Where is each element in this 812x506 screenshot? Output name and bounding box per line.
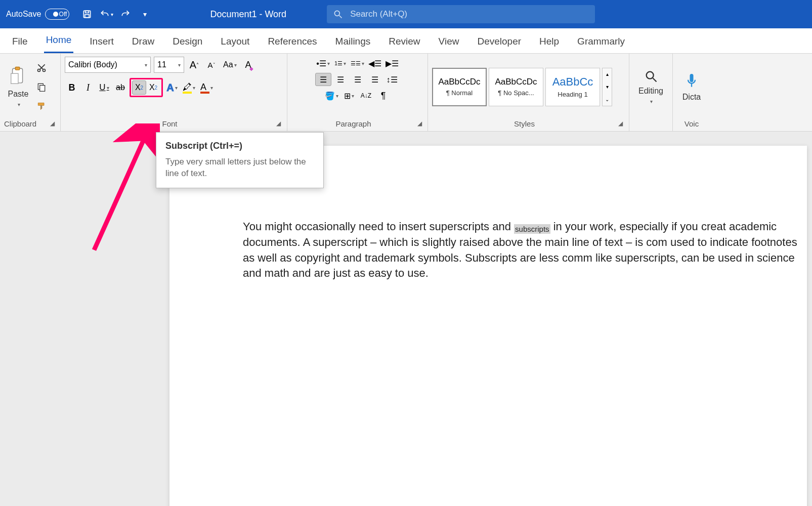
svg-rect-2: [85, 15, 89, 18]
editing-button[interactable]: Editing ▾: [633, 69, 668, 104]
tab-help[interactable]: Help: [537, 31, 561, 53]
scroll-down-icon[interactable]: ▾: [603, 80, 612, 93]
text-effects-icon: A: [166, 82, 174, 94]
tab-references[interactable]: References: [266, 31, 319, 53]
font-label: Font: [162, 119, 177, 128]
show-marks-button[interactable]: ¶: [375, 89, 392, 102]
ribbon-tabs: File Home Insert Draw Design Layout Refe…: [0, 28, 812, 54]
grow-font-button[interactable]: A˄: [187, 58, 201, 72]
tab-home[interactable]: Home: [44, 29, 74, 53]
tab-layout[interactable]: Layout: [219, 31, 251, 53]
find-icon: [644, 69, 658, 83]
search-icon: [333, 9, 343, 19]
copy-icon: [36, 82, 47, 92]
highlight-button[interactable]: 🖍▾: [181, 80, 197, 95]
align-right-button[interactable]: ☰: [350, 73, 366, 86]
document-body[interactable]: You might occasionally need to insert su…: [243, 219, 799, 281]
numbering-button[interactable]: 1☰▾: [332, 57, 349, 70]
change-case-button[interactable]: Aa▾: [222, 58, 238, 72]
sort-button[interactable]: A↓Z: [358, 89, 374, 102]
tab-insert[interactable]: Insert: [88, 31, 116, 53]
svg-rect-7: [11, 73, 18, 83]
subscript-button[interactable]: X2: [132, 80, 146, 95]
font-color-button[interactable]: A▾: [199, 80, 215, 95]
svg-line-15: [653, 78, 656, 82]
text-effects-button[interactable]: A▾: [165, 80, 179, 95]
customize-qat-icon[interactable]: ▾: [136, 6, 153, 23]
document-title: Document1 - Word: [210, 9, 286, 20]
justify-icon: ☰: [371, 75, 378, 85]
decrease-indent-button[interactable]: ◀☰: [367, 57, 383, 70]
tab-developer[interactable]: Developer: [475, 31, 523, 53]
sub-super-highlight: X2 X2: [130, 78, 163, 97]
numbering-icon: 1☰: [334, 60, 343, 67]
copy-button[interactable]: [34, 80, 49, 94]
increase-indent-button[interactable]: ▶☰: [384, 57, 400, 70]
save-icon[interactable]: [78, 6, 96, 23]
page[interactable]: You might occasionally need to insert su…: [169, 146, 807, 506]
bold-button[interactable]: B: [65, 80, 79, 95]
toggle-switch[interactable]: Off: [45, 9, 69, 20]
borders-icon: ⊞: [344, 91, 351, 101]
multilevel-button[interactable]: ☰☰▾: [350, 57, 366, 70]
title-bar: AutoSave Off ▾ ▾ Document1 - Word Search…: [0, 0, 812, 28]
styles-scroll[interactable]: ▴▾⌄: [602, 68, 612, 106]
highlight-icon: 🖍: [183, 82, 192, 94]
bullets-button[interactable]: •☰▾: [315, 57, 331, 70]
line-spacing-icon: ↕☰: [387, 75, 398, 85]
styles-label: Styles: [514, 119, 535, 128]
svg-rect-16: [690, 74, 694, 82]
italic-button[interactable]: I: [81, 80, 95, 95]
svg-rect-13: [40, 85, 45, 91]
superscript-button[interactable]: X2: [146, 80, 160, 95]
svg-rect-6: [15, 67, 20, 70]
clipboard-icon: [9, 66, 27, 87]
style-normal[interactable]: AaBbCcDc¶ Normal: [432, 68, 487, 106]
paste-button[interactable]: Paste ▾: [4, 66, 32, 107]
font-size-combo[interactable]: 11▾: [154, 57, 184, 73]
font-launcher[interactable]: ◢: [275, 119, 283, 128]
scroll-more-icon[interactable]: ⌄: [603, 93, 612, 106]
tab-mailings[interactable]: Mailings: [333, 31, 373, 53]
paragraph-launcher[interactable]: ◢: [415, 119, 423, 128]
dictate-button[interactable]: Dicta: [677, 72, 706, 102]
format-painter-button[interactable]: [34, 99, 49, 113]
borders-button[interactable]: ⊞▾: [341, 89, 357, 102]
align-left-button[interactable]: ☰: [315, 73, 331, 86]
tooltip-title: Subscript (Ctrl+=): [165, 141, 314, 151]
scroll-up-icon[interactable]: ▴: [603, 68, 612, 81]
document-area[interactable]: You might occasionally need to insert su…: [0, 132, 812, 506]
strikethrough-button[interactable]: ab: [113, 80, 127, 95]
align-center-button[interactable]: ☰: [332, 73, 349, 86]
tab-design[interactable]: Design: [170, 31, 204, 53]
outdent-icon: ◀☰: [368, 59, 381, 68]
svg-point-14: [646, 72, 653, 79]
selected-text[interactable]: subscripts: [514, 224, 550, 234]
search-input[interactable]: Search (Alt+Q): [327, 5, 595, 23]
underline-button[interactable]: U▾: [97, 80, 111, 95]
cut-button[interactable]: [34, 61, 49, 75]
tab-view[interactable]: View: [437, 31, 461, 53]
tab-grammarly[interactable]: Grammarly: [575, 31, 627, 53]
sort-icon: A↓Z: [361, 92, 371, 99]
line-spacing-button[interactable]: ↕☰: [384, 73, 400, 86]
font-name-combo[interactable]: Calibri (Body)▾: [65, 57, 151, 73]
undo-icon[interactable]: ▾: [98, 6, 115, 23]
shrink-font-button[interactable]: A˅: [204, 58, 219, 72]
align-left-icon: ☰: [320, 75, 327, 85]
svg-line-4: [339, 16, 342, 18]
tab-review[interactable]: Review: [387, 31, 422, 53]
justify-button[interactable]: ☰: [367, 73, 383, 86]
style-no-spacing[interactable]: AaBbCcDc¶ No Spac...: [489, 68, 543, 106]
redo-icon[interactable]: [117, 6, 134, 23]
autosave-label: AutoSave: [6, 10, 41, 19]
tab-file[interactable]: File: [10, 31, 30, 53]
clear-formatting-button[interactable]: A◆: [241, 58, 255, 72]
style-heading1[interactable]: AaBbCcHeading 1: [545, 68, 600, 106]
tab-draw[interactable]: Draw: [130, 31, 156, 53]
styles-launcher[interactable]: ◢: [617, 119, 625, 128]
shading-button[interactable]: 🪣▾: [324, 89, 340, 102]
autosave-toggle[interactable]: AutoSave Off: [6, 9, 69, 20]
clipboard-launcher[interactable]: ◢: [48, 119, 56, 128]
eraser-icon: A◆: [245, 60, 251, 70]
